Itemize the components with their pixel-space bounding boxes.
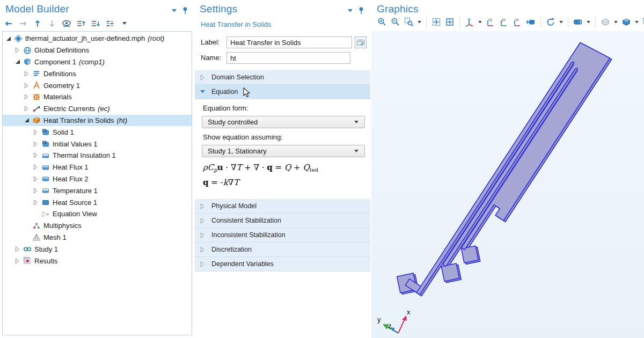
- section-physical-model[interactable]: Physical Model: [195, 199, 370, 214]
- expanded-expander-icon[interactable]: [24, 117, 32, 123]
- dropdown-caret-icon[interactable]: [478, 21, 482, 24]
- appearance-cylinder-icon[interactable]: [573, 17, 583, 27]
- select-region-icon[interactable]: [642, 17, 644, 27]
- tree-item-temperature-1[interactable]: Temperature 1: [3, 185, 192, 196]
- tree-item-multiphysics[interactable]: Multiphysics: [3, 220, 192, 232]
- domain-feature-icon: D: [41, 128, 53, 136]
- equation-display-2: q = -k∇T: [203, 178, 239, 187]
- collapsed-expander-icon[interactable]: [15, 258, 23, 264]
- graphics-toolbar: xyyzxz: [377, 15, 644, 29]
- section-domain-selection[interactable]: Domain Selection: [195, 70, 370, 85]
- view-xz-icon[interactable]: xz: [512, 17, 523, 27]
- projection-camera-icon[interactable]: [525, 17, 536, 27]
- collapsed-expander-icon[interactable]: [15, 246, 23, 252]
- dropdown-caret-icon[interactable]: [559, 21, 564, 24]
- zoom-in-icon[interactable]: [377, 17, 387, 27]
- dropdown-caret-icon[interactable]: [587, 21, 591, 24]
- equation-form-label: Equation form:: [203, 104, 248, 112]
- section-equation[interactable]: Equation: [195, 85, 370, 99]
- dropdown-caret-icon[interactable]: [418, 21, 422, 24]
- tree-item-study-1[interactable]: Study 1: [3, 243, 192, 255]
- collapsed-expander-icon[interactable]: [33, 129, 41, 135]
- settings-menu-caret-icon[interactable]: [348, 9, 353, 12]
- collapsed-expander-icon[interactable]: [33, 152, 41, 158]
- section-inconsistent-stabilization[interactable]: Inconsistent Stabilization: [195, 228, 370, 243]
- show-equation-dropdown[interactable]: Study 1, Stationary: [202, 145, 365, 157]
- actuator-geometry[interactable]: x y z: [371, 31, 644, 338]
- collapsed-expander-icon[interactable]: [24, 71, 32, 77]
- collapsed-expander-icon[interactable]: [33, 176, 41, 182]
- collapsed-expander-icon[interactable]: [24, 106, 32, 112]
- section-label: Discretization: [211, 246, 252, 253]
- tree-item-heat-flux-1[interactable]: Heat Flux 1: [3, 161, 192, 173]
- graphics-viewport[interactable]: x y z: [371, 31, 644, 338]
- tree-item-definitions[interactable]: Definitions: [3, 68, 192, 79]
- definitions-icon: [32, 69, 43, 78]
- tree-item-equation-view[interactable]: ∂u∂t=fEquation View: [3, 208, 192, 220]
- dropdown-caret-icon[interactable]: [614, 21, 618, 24]
- nav-forward-icon[interactable]: [18, 18, 28, 29]
- tree-item-initial-values-1[interactable]: DInitial Values 1: [3, 138, 192, 150]
- tree-item-geometry-1[interactable]: Geometry 1: [3, 79, 192, 91]
- nav-back-icon[interactable]: [3, 18, 14, 29]
- section-consistent-stabilization[interactable]: Consistent Stabilization: [195, 214, 370, 228]
- edit-label-button[interactable]: [355, 36, 367, 48]
- tree-item-materials[interactable]: Materials: [3, 91, 192, 103]
- tree-item-electric-currents[interactable]: Electric Currents(ec): [3, 103, 192, 115]
- collapsed-expander-icon[interactable]: [33, 141, 41, 147]
- collapsed-expander-icon[interactable]: [33, 200, 41, 205]
- collapsed-expander-icon[interactable]: [15, 47, 23, 53]
- rotate-view-icon[interactable]: [545, 17, 556, 27]
- tree-item-heat-source-1[interactable]: Heat Source 1: [3, 196, 192, 208]
- label-input[interactable]: [226, 36, 352, 48]
- collapsed-expander-icon[interactable]: [33, 164, 41, 170]
- equation-form-dropdown[interactable]: Study controlled: [202, 116, 365, 128]
- collapsed-expander-icon[interactable]: [24, 83, 32, 89]
- zoom-box-icon[interactable]: [404, 17, 414, 27]
- tree-item-label: Geometry 1: [43, 82, 80, 90]
- view-yz-icon[interactable]: yz: [499, 17, 509, 27]
- caret-icon[interactable]: [119, 18, 130, 29]
- expanded-expander-icon[interactable]: [15, 59, 23, 64]
- show-hide-eye-icon[interactable]: [61, 18, 72, 29]
- fit-window-icon[interactable]: [444, 17, 455, 27]
- tree-item-thermal-insulation-1[interactable]: Thermal Insulation 1: [3, 150, 192, 161]
- name-input[interactable]: [226, 52, 350, 64]
- tree-item-label: Initial Values 1: [53, 140, 98, 148]
- model-builder-title: Model Builder: [5, 3, 69, 15]
- collapse-all-icon[interactable]: [90, 18, 101, 29]
- view-xy-icon[interactable]: xy: [485, 17, 496, 27]
- zoom-extents-icon[interactable]: [431, 17, 442, 27]
- x-axis-arrow: [402, 315, 407, 321]
- expand-all-icon[interactable]: [76, 18, 86, 29]
- zoom-out-icon[interactable]: [390, 17, 401, 27]
- rendering-box-icon[interactable]: [621, 17, 632, 27]
- tree-item-mesh-1[interactable]: Mesh 1: [3, 232, 192, 244]
- tree-item-heat-flux-2[interactable]: Heat Flux 2: [3, 173, 192, 185]
- y-axis-label: y: [377, 315, 381, 324]
- tree-item-results[interactable]: Results: [3, 255, 192, 267]
- collapsed-expander-icon[interactable]: [24, 94, 32, 100]
- pin-icon[interactable]: [182, 7, 188, 14]
- tree-item-component-1[interactable]: Component 1(comp1): [3, 56, 192, 68]
- electric-currents-icon: [32, 105, 43, 113]
- tree-item-heat-transfer-in-solids[interactable]: Heat Transfer in Solids(ht): [3, 115, 192, 127]
- tree-item-solid-1[interactable]: DSolid 1: [3, 126, 192, 138]
- model-builder-menu-caret-icon[interactable]: [172, 9, 177, 12]
- tree-item-thermal-actuator-jh-user-defined-mph[interactable]: thermal_actuator_jh_user-defined.mph(roo…: [3, 33, 192, 45]
- collapsed-expander-icon[interactable]: [33, 188, 41, 194]
- x-axis-label: x: [407, 308, 411, 316]
- section-discretization[interactable]: Discretization: [195, 243, 370, 257]
- pin-icon[interactable]: [358, 7, 364, 14]
- tree-item-global-definitions[interactable]: Global Definitions: [3, 45, 192, 56]
- move-down-arrow-icon[interactable]: [47, 18, 57, 29]
- dropdown-caret-icon[interactable]: [635, 21, 639, 24]
- move-up-arrow-icon[interactable]: [32, 18, 43, 29]
- expanded-expander-icon[interactable]: [6, 36, 14, 41]
- section-dependent-variables[interactable]: Dependent Variables: [195, 257, 370, 271]
- collapsed-expander-icon: [200, 232, 208, 238]
- comsol-window: { "colors": { "accent": "#3585c5", "sele…: [0, 0, 644, 338]
- node-text-options-icon[interactable]: [105, 18, 115, 29]
- default-view-icon[interactable]: [464, 17, 475, 27]
- transparency-box-icon[interactable]: [600, 17, 611, 27]
